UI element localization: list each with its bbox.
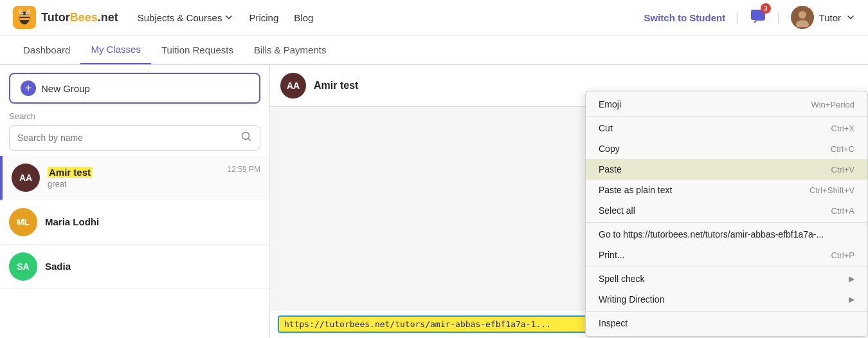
nav-right: Switch to Student | 3 | Tutor bbox=[644, 6, 856, 29]
chat-list: AA Amir test great 12:59 PM ML Maria Lod… bbox=[0, 156, 269, 338]
ctx-sep-4 bbox=[586, 311, 867, 312]
ctx-sep-2 bbox=[586, 222, 867, 223]
notification-badge: 3 bbox=[761, 3, 771, 14]
chat-area: AA Amir test ✕ This file is no longer av… bbox=[270, 65, 868, 338]
context-menu: Emoji Win+Period Cut Ctrl+X Copy Ctrl+C … bbox=[585, 91, 868, 337]
writing-direction-arrow-icon: ▶ bbox=[849, 295, 854, 304]
nav-blog[interactable]: Blog bbox=[294, 12, 313, 23]
chat-avatar-sadia: SA bbox=[9, 252, 37, 281]
sidebar: + New Group Search AA Amir test great bbox=[0, 65, 270, 338]
logo[interactable]: TutorBees.net bbox=[13, 6, 118, 29]
chat-info-amir: Amir test great bbox=[48, 167, 220, 189]
sub-navigation: Dashboard My Classes Tuition Requests Bi… bbox=[0, 35, 868, 65]
chat-item-sadia[interactable]: SA Sadia bbox=[0, 245, 269, 289]
switch-to-student-button[interactable]: Switch to Student bbox=[644, 12, 726, 23]
ctx-paste-plain[interactable]: Paste as plain text Ctrl+Shift+V bbox=[586, 180, 867, 200]
subnav-bills-payments[interactable]: Bills & Payments bbox=[244, 35, 337, 64]
subnav-tuition-requests[interactable]: Tuition Requests bbox=[151, 35, 244, 64]
tutor-name: Tutor bbox=[819, 12, 841, 23]
ctx-writing-direction[interactable]: Writing Direction ▶ bbox=[586, 289, 867, 310]
ctx-print[interactable]: Print... Ctrl+P bbox=[586, 245, 867, 265]
ctx-emoji[interactable]: Emoji Win+Period bbox=[586, 94, 867, 115]
chat-header-avatar: AA bbox=[280, 73, 306, 99]
logo-text: TutorBees.net bbox=[41, 11, 118, 24]
chat-item-maria[interactable]: ML Maria Lodhi bbox=[0, 200, 269, 245]
main-layout: + New Group Search AA Amir test great bbox=[0, 65, 868, 338]
search-input[interactable] bbox=[17, 133, 235, 143]
avatar bbox=[791, 6, 814, 29]
nav-subjects[interactable]: Subjects & Courses bbox=[138, 12, 234, 23]
notification-button[interactable]: 3 bbox=[749, 7, 767, 28]
separator: | bbox=[736, 11, 739, 24]
search-section: Search bbox=[0, 111, 269, 156]
chat-avatar-maria: ML bbox=[9, 208, 37, 236]
chat-name-sadia: Sadia bbox=[45, 261, 260, 272]
ctx-sep-3 bbox=[586, 267, 867, 267]
svg-point-11 bbox=[242, 133, 249, 140]
chat-name-amir: Amir test bbox=[48, 167, 220, 178]
separator2: | bbox=[777, 11, 781, 24]
search-box[interactable] bbox=[9, 125, 260, 151]
ctx-select-all[interactable]: Select all Ctrl+A bbox=[586, 200, 867, 221]
nav-links: Subjects & Courses Pricing Blog bbox=[138, 12, 644, 23]
chat-name-maria: Maria Lodhi bbox=[45, 216, 260, 227]
subnav-dashboard[interactable]: Dashboard bbox=[13, 35, 80, 64]
new-group-button[interactable]: + New Group bbox=[9, 73, 260, 104]
search-label: Search bbox=[9, 111, 260, 121]
plus-icon: + bbox=[21, 80, 36, 96]
chat-time-amir: 12:59 PM bbox=[228, 164, 260, 174]
ctx-paste[interactable]: Paste Ctrl+V bbox=[586, 159, 867, 180]
chat-item-amir[interactable]: AA Amir test great 12:59 PM bbox=[0, 156, 269, 200]
ctx-spell-check[interactable]: Spell check ▶ bbox=[586, 268, 867, 289]
user-menu[interactable]: Tutor bbox=[791, 6, 855, 29]
svg-point-10 bbox=[796, 20, 809, 27]
chat-avatar-amir: AA bbox=[12, 164, 40, 192]
search-icon[interactable] bbox=[240, 131, 252, 145]
subnav-my-classes[interactable]: My Classes bbox=[80, 35, 151, 64]
bee-icon bbox=[13, 6, 36, 29]
chevron-down-user-icon bbox=[846, 13, 855, 22]
nav-pricing[interactable]: Pricing bbox=[249, 12, 278, 23]
ctx-cut[interactable]: Cut Ctrl+X bbox=[586, 118, 867, 138]
ctx-inspect[interactable]: Inspect bbox=[586, 313, 867, 333]
user-avatar-icon bbox=[793, 8, 812, 27]
chat-header-name: Amir test bbox=[314, 80, 358, 91]
logo-bees: Bees bbox=[70, 11, 98, 24]
top-navigation: TutorBees.net Subjects & Courses Pricing… bbox=[0, 0, 868, 35]
ctx-go-to-url[interactable]: Go to https://tutorbees.net/tutors/amir-… bbox=[586, 224, 867, 245]
svg-point-9 bbox=[799, 11, 806, 19]
spell-check-arrow-icon: ▶ bbox=[849, 274, 854, 283]
ctx-copy[interactable]: Copy Ctrl+C bbox=[586, 138, 867, 159]
chat-info-maria: Maria Lodhi bbox=[45, 216, 260, 229]
svg-point-6 bbox=[22, 13, 24, 15]
ctx-sep-1 bbox=[586, 116, 867, 117]
svg-point-7 bbox=[26, 13, 28, 15]
chevron-down-icon bbox=[224, 13, 233, 22]
svg-rect-3 bbox=[19, 18, 30, 20]
chat-preview-amir: great bbox=[48, 179, 220, 189]
chat-info-sadia: Sadia bbox=[45, 261, 260, 273]
